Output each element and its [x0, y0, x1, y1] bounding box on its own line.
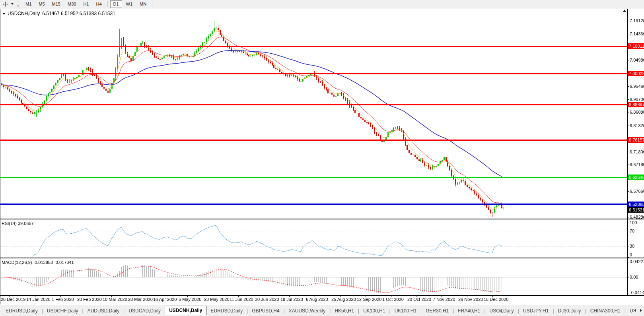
tab-fra40-h1[interactable]: FRA40,H1: [454, 307, 484, 315]
chart-ohlc-values: 6.51467 6.51952 6.51383 6.51531: [42, 11, 115, 16]
rsi-axis-tick: 70: [630, 229, 634, 234]
tab-scroll-right-button[interactable]: [639, 308, 643, 312]
timeframe-button-d1[interactable]: D1: [110, 0, 122, 8]
chart-tabs: EURUSD,Daily|USDCHF,Daily|AUDUSD,Daily|U…: [2, 305, 634, 315]
crosshair-tool-icon[interactable]: [1, 0, 10, 8]
tab-usdjpy-h1[interactable]: USDJPY,H1: [519, 307, 553, 315]
tab-ger30-h1[interactable]: GER30,H1: [422, 307, 453, 315]
date-axis-label: 25 Aug 2020: [331, 297, 356, 302]
date-axis-label: 6 Aug 2020: [306, 297, 328, 302]
date-axis-label: 15 Dec 2020: [484, 297, 508, 302]
date-axis-label: 14 Jan 2020: [26, 297, 51, 302]
date-axis-label: 26 Nov 2020: [458, 297, 483, 302]
timeframe-button-h4[interactable]: H4: [93, 0, 105, 8]
caret-right-icon: [640, 309, 642, 312]
tab-us[interactable]: US: [626, 307, 634, 315]
price-axis-tick: 6.71800: [630, 149, 644, 155]
date-axis-label: 5 May 2020: [179, 297, 201, 302]
price-axis-tick: 6.48280: [630, 215, 644, 220]
date-axis-label: 20 Oct 2020: [407, 297, 431, 302]
macd-axis-tick: 0.042275: [630, 259, 644, 264]
tab-uk100-h1[interactable]: UK100,H1: [391, 307, 420, 315]
mt4-terminal: M1M5M15M30H1H4D1W1MN USDCNH,Daily 6.5146…: [0, 0, 644, 316]
timeframe-buttons: M1M5M15M30H1H4D1W1MN: [22, 0, 154, 8]
tab-gbpusd-h4[interactable]: GBPUSD,H4: [248, 307, 283, 315]
price-level-badge: 7.00029: [628, 71, 644, 76]
chart-dropdown-icon[interactable]: [3, 13, 5, 15]
date-axis-label: 10 Mar 2020: [103, 297, 127, 302]
price-level-badge: 6.76157: [628, 137, 644, 143]
caret-down-icon[interactable]: [10, 0, 15, 8]
macd-axis-tick: 0.00: [630, 275, 638, 280]
time-axis[interactable]: 26 Dec 201914 Jan 20201 Feb 202020 Feb 2…: [0, 296, 627, 304]
price-axis-tick: 6.57660: [630, 189, 644, 194]
tab-eurusd-daily[interactable]: EURUSD,Daily: [2, 307, 42, 315]
timeframe-button-h1[interactable]: H1: [80, 0, 92, 8]
price-axis-tick: 7.14360: [630, 31, 644, 37]
date-axis-label: 26 Dec 2019: [1, 297, 25, 302]
chart-header: USDCNH,Daily 6.51467 6.51952 6.51383 6.5…: [3, 11, 115, 16]
price-level-badge: 6.52865: [628, 202, 644, 207]
date-axis-label: 11 Jun 2020: [230, 297, 253, 302]
timeframe-button-w1[interactable]: W1: [123, 0, 136, 8]
tab-xauusd-weekly[interactable]: XAUUSD,Weekly: [285, 307, 329, 315]
timeframe-button-m5[interactable]: M5: [35, 0, 48, 8]
timeframe-toolbar: M1M5M15M30H1H4D1W1MN: [0, 0, 644, 8]
toolbar-drag-grip[interactable]: [18, 2, 19, 7]
chart-canvas[interactable]: [0, 0, 644, 316]
macd-axis-tick: -0.04148: [630, 290, 644, 295]
tab-hk50-h1[interactable]: HK50,H1: [331, 307, 358, 315]
timeframe-button-m1[interactable]: M1: [22, 0, 35, 8]
chart-symbol-label: USDCNH,Daily: [8, 11, 40, 16]
caret-left-icon: [634, 309, 636, 312]
tab-audusd-daily[interactable]: AUDUSD,Daily: [84, 307, 124, 315]
current-price-badge: 6.51531: [628, 207, 644, 213]
tab-eurusd-daily[interactable]: EURUSD,Daily: [206, 307, 247, 315]
date-axis-label: 12 Sep 2020: [357, 297, 381, 302]
date-axis-label: 30 Jun 2020: [255, 297, 279, 302]
chart-tab-bar: EURUSD,Daily|USDCHF,Daily|AUDUSD,Daily|U…: [0, 305, 644, 316]
toolbar-separator: [107, 1, 108, 7]
timeframe-button-m30[interactable]: M30: [64, 0, 79, 8]
tab-usdcnh-daily[interactable]: USDCNH,Daily: [165, 306, 206, 315]
price-axis-tick: 7.19120: [630, 18, 644, 23]
price-level-badge: 7.10011: [628, 43, 644, 49]
date-axis-label: 18 Jul 2020: [280, 297, 303, 302]
date-axis-label: 20 Feb 2020: [77, 297, 102, 302]
tab-usdcad-daily[interactable]: USDCAD,Daily: [125, 307, 165, 315]
tab-usdchf-daily[interactable]: USDCHF,Daily: [43, 307, 82, 315]
tab-scroll-left-button[interactable]: [633, 308, 637, 312]
tab-china300-h1[interactable]: CHINA300,H1: [586, 307, 625, 315]
date-axis-label: 28 Mar 2020: [128, 297, 153, 302]
price-axis[interactable]: 7.191207.143607.049806.954606.907006.860…: [627, 9, 644, 296]
date-axis-label: 1 Feb 2020: [52, 297, 74, 302]
price-axis-tick: 7.04980: [630, 58, 644, 63]
toolbar-separator: [152, 1, 152, 7]
tab-usoil-daily[interactable]: USOil,Daily: [486, 307, 518, 315]
rsi-axis-tick: 30: [630, 244, 634, 249]
date-axis-label: 16 Apr 2020: [153, 297, 177, 302]
tab-dj30-daily[interactable]: DJ30,Daily: [554, 307, 585, 315]
price-axis-tick: 6.67180: [630, 162, 644, 167]
timeframe-button-mn[interactable]: MN: [136, 0, 150, 8]
price-axis-tick: 6.81320: [630, 123, 644, 128]
rsi-indicator-label: RSI(14) 39.0657: [2, 221, 34, 226]
price-axis-tick: 6.86080: [630, 110, 644, 115]
timeframe-button-m15[interactable]: M15: [49, 0, 64, 8]
date-axis-label: 23 May 2020: [204, 297, 230, 302]
price-level-badge: 6.88897: [628, 102, 644, 107]
price-axis-tick: 6.95460: [630, 84, 644, 89]
rsi-axis-tick: 0: [630, 252, 632, 258]
tab-uk100-h1[interactable]: UK100,H1: [359, 307, 389, 315]
rsi-axis-tick: 100: [630, 220, 637, 225]
date-axis-label: 7 Nov 2020: [433, 297, 455, 302]
price-level-badge: 6.62646: [628, 174, 644, 180]
date-axis-label: 1 Oct 2020: [382, 297, 404, 302]
macd-indicator-label: MACD(12,26,9) -0.013853 -0.017341: [2, 260, 74, 265]
